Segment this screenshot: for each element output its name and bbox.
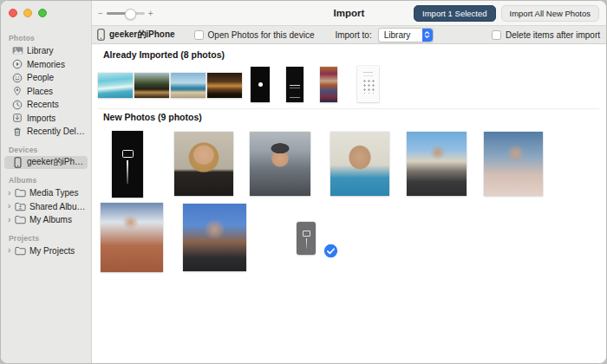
- sidebar-item-library[interactable]: Library: [4, 44, 88, 58]
- device-bar: geeker的iPhone Open Photos for this devic…: [92, 25, 606, 44]
- gray-phone-screenshot-photo[interactable]: [297, 222, 316, 255]
- sidebar-item-label: Media Types: [29, 188, 79, 198]
- sidebar-item-people[interactable]: People: [4, 71, 88, 85]
- imports-icon: [11, 113, 23, 123]
- window-controls: [9, 9, 47, 17]
- disclosure-chevron-icon[interactable]: ›: [8, 246, 14, 255]
- slider-track[interactable]: [107, 12, 145, 15]
- toolbar-buttons: Import 1 Selected Import All New Photos: [414, 1, 599, 25]
- open-photos-label: Open Photos for this device: [208, 30, 315, 40]
- sidebar-item-imports[interactable]: Imports: [4, 112, 88, 126]
- memories-icon: [11, 59, 23, 69]
- sidebar-item-recents[interactable]: Recents: [4, 98, 88, 112]
- laptop-glyph: [112, 131, 143, 198]
- thumbnail-zoom-slider[interactable]: − +: [98, 9, 153, 18]
- black-screenshot-photo[interactable]: [251, 67, 270, 102]
- sidebar-nav: PhotosLibraryMemoriesPeoplePlacesRecents…: [1, 27, 91, 257]
- iphone-icon: [97, 29, 105, 41]
- sidebar-item-label: Places: [27, 87, 53, 96]
- pink-top-woman-photo[interactable]: [484, 132, 543, 196]
- sidebar-item-my-albums[interactable]: ›My Albums: [4, 213, 88, 227]
- sidebar-item-label: Recently Deleted: [27, 127, 86, 136]
- photos-app-window: PhotosLibraryMemoriesPeoplePlacesRecents…: [0, 0, 607, 364]
- sidebar-section-header-photos: Photos: [1, 33, 91, 44]
- sidebar-item-label: Imports: [27, 114, 55, 123]
- keypad-glyph: [357, 66, 379, 102]
- people-icon: [11, 73, 23, 83]
- delete-items-label: Delete items after import: [506, 30, 600, 40]
- blonde-woman-photo[interactable]: [174, 132, 233, 196]
- section-divider: [98, 108, 599, 109]
- sidebar-item-label: People: [27, 73, 54, 82]
- sunset-beach-photo[interactable]: [207, 73, 242, 98]
- keypad-screenshot-photo[interactable]: [357, 66, 379, 102]
- device-name: geeker的iPhone: [109, 29, 175, 41]
- sidebar-item-media-types[interactable]: ›Media Types: [4, 186, 88, 200]
- folder-icon: [14, 215, 26, 224]
- import-all-button[interactable]: Import All New Photos: [501, 5, 599, 22]
- import-selected-button[interactable]: Import 1 Selected: [414, 5, 495, 22]
- toolbar: − + Import Import 1 Selected Import All …: [92, 1, 606, 25]
- import-to-label: Import to:: [335, 30, 371, 40]
- blue-shirt-man-photo[interactable]: [330, 132, 389, 196]
- delete-items-group: Delete items after import: [492, 30, 600, 40]
- already-imported-title: Already Imported (8 photos): [103, 49, 225, 60]
- sidebar-item-label: Memories: [27, 60, 65, 69]
- import-to-select[interactable]: Library: [378, 28, 434, 42]
- new-photos-title: New Photos (9 photos): [103, 112, 202, 122]
- sidebar-section-header-albums: Albums: [1, 175, 91, 186]
- sidebar-item-label: geeker的iPhone: [27, 156, 86, 168]
- folder-icon: [14, 246, 26, 256]
- sidebar-item-label: My Albums: [29, 215, 72, 224]
- laptop-small-glyph: [297, 222, 316, 255]
- recents-icon: [11, 100, 23, 110]
- import-to-value: Library: [384, 30, 419, 40]
- places-icon: [11, 86, 23, 96]
- sidebar-item-label: My Projects: [29, 246, 75, 256]
- disclosure-chevron-icon[interactable]: ›: [8, 216, 14, 224]
- open-photos-checkbox[interactable]: [194, 30, 204, 40]
- sidebar-item-geeker-iphone[interactable]: geeker的iPhone: [4, 156, 88, 170]
- sidebar-item-label: Shared Albums: [29, 202, 86, 211]
- text-lines-glyph: [286, 67, 304, 102]
- sidebar-item-recently-deleted[interactable]: Recently Deleted: [4, 125, 88, 139]
- app-screenshot-photo[interactable]: [320, 67, 337, 102]
- iphone-icon: [11, 157, 23, 168]
- page-title: Import: [334, 1, 365, 25]
- sidebar-section-header-projects: Projects: [1, 233, 91, 244]
- tropical-beach-photo[interactable]: [134, 73, 169, 98]
- sidebar-item-places[interactable]: Places: [4, 85, 88, 99]
- white-dot-glyph: [251, 67, 270, 102]
- peace-sign-man-photo[interactable]: [407, 132, 467, 196]
- select-stepper-icon: [422, 29, 433, 42]
- rust-blazer-woman-photo[interactable]: [101, 203, 163, 272]
- connect-screen-photo[interactable]: [112, 131, 143, 198]
- folder-icon: [14, 188, 26, 198]
- fullscreen-button[interactable]: [38, 9, 47, 17]
- import-content: Already Imported (8 photos) New Photos (…: [92, 44, 606, 363]
- sidebar: PhotosLibraryMemoriesPeoplePlacesRecents…: [1, 1, 92, 363]
- selected-check-icon: [323, 243, 339, 259]
- sidebar-item-label: Library: [27, 46, 54, 55]
- slider-knob[interactable]: [125, 9, 136, 20]
- delete-items-checkbox[interactable]: [492, 30, 501, 40]
- blue-sky-beach-photo[interactable]: [171, 73, 206, 98]
- close-button[interactable]: [9, 9, 17, 17]
- sunglasses-man-photo[interactable]: [183, 204, 246, 271]
- disclosure-chevron-icon[interactable]: ›: [8, 202, 14, 211]
- dark-screenshot-photo[interactable]: [286, 67, 304, 102]
- disclosure-chevron-icon[interactable]: ›: [8, 189, 14, 198]
- sidebar-item-memories[interactable]: Memories: [4, 58, 88, 72]
- zoom-out-icon[interactable]: −: [98, 9, 103, 18]
- wave-beach-photo[interactable]: [98, 73, 133, 98]
- sidebar-item-shared-albums[interactable]: ›Shared Albums: [4, 200, 88, 214]
- beanie-selfie-photo[interactable]: [250, 132, 310, 196]
- trash-icon: [11, 127, 23, 137]
- sidebar-section-header-devices: Devices: [1, 145, 91, 156]
- zoom-in-icon[interactable]: +: [148, 9, 153, 18]
- shared-folder-icon: [14, 202, 26, 211]
- library-icon: [11, 46, 23, 55]
- sidebar-item-my-projects[interactable]: ›My Projects: [4, 244, 88, 258]
- minimize-button[interactable]: [23, 9, 32, 17]
- sidebar-item-label: Recents: [27, 100, 59, 109]
